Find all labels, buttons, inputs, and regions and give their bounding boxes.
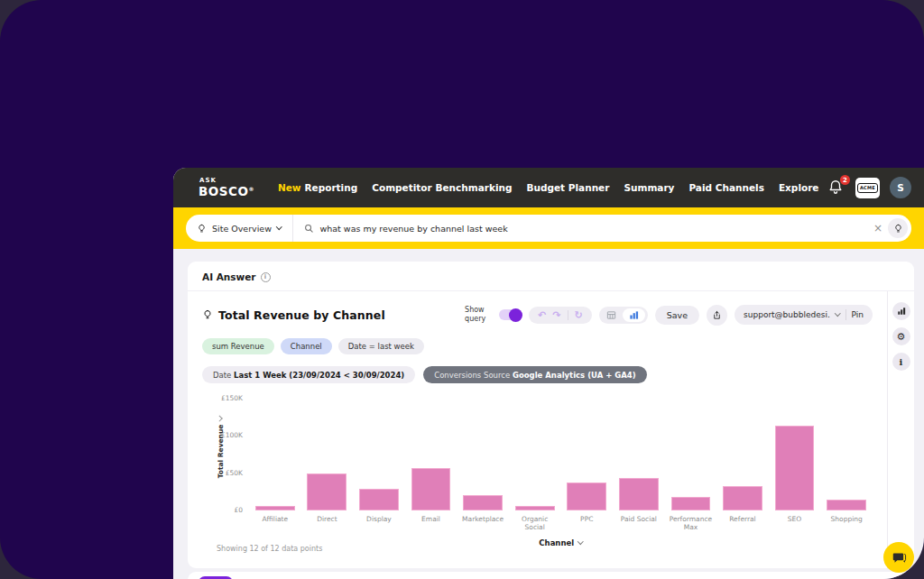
bar-slot [820,399,873,510]
divider [845,309,846,320]
bar-organic-social[interactable] [515,506,555,510]
chat-launcher-button[interactable] [883,542,914,573]
table-icon [606,310,616,320]
show-query-label: Show query [465,306,492,325]
bar-slot [560,399,613,510]
email-share-control: support@bubbledesi... Pin [735,305,873,325]
scope-label: Site Overview [212,224,272,234]
chevron-down-icon [835,310,840,316]
bulb-icon [202,309,213,320]
bar-slot [457,399,509,510]
user-avatar[interactable]: S [890,177,911,198]
brand-reg: ® [248,185,254,191]
brand-logo[interactable]: ASK BOSCO® [199,178,254,198]
gear-icon: ⚙ [897,331,906,343]
x-axis-selector[interactable]: Channel [249,538,873,547]
content-area: AI Answer i ⚙ i [173,249,924,579]
tag-metric[interactable]: sum Revenue [202,338,274,354]
bar-shopping[interactable] [827,500,866,510]
chart-view-button[interactable] [623,308,645,322]
bar-slot [509,399,561,510]
info-rail-button[interactable]: i [892,353,910,371]
undo-button[interactable]: ↶ [538,310,546,320]
x-tick-label: Direct [301,515,354,532]
conversions-source-chip[interactable]: Conversions Source Google Analytics (UA … [423,366,646,383]
bar-chart-icon [629,310,639,320]
nav-right-cluster: 2 ACME S [827,177,911,198]
view-toggle [599,307,648,324]
bar-display[interactable] [359,489,399,510]
nav-item-paid-channels[interactable]: Paid Channels [688,182,763,193]
x-tick-label: SEO [769,515,821,532]
y-axis-label[interactable]: Total Revenue [217,417,225,478]
save-button[interactable]: Save [655,306,699,325]
x-tick-label: Shopping [820,515,873,532]
tag-dimension[interactable]: Channel [281,338,332,354]
redo-button[interactable]: ↷ [552,310,560,320]
org-badge[interactable]: ACME [855,178,880,198]
show-query-toggle[interactable] [499,309,522,320]
bar-ppc[interactable] [567,482,606,510]
nav-item-budget-planner[interactable]: Budget Planner [526,182,609,193]
y-tick-label: £50K [226,469,243,477]
chart-footer: Showing 12 of 12 data points Channel [249,538,873,553]
bar-slot [716,399,769,510]
x-tick-label: Marketplace [457,515,509,532]
x-tick-label: Performance Max [665,515,717,532]
settings-button[interactable]: ⚙ [892,327,910,345]
history-controls: ↶ ↷ ↻ [529,307,592,324]
clear-query-button[interactable]: × [868,222,888,234]
plot-area [249,399,873,510]
bar-slot [249,399,301,510]
result-title-group: Total Revenue by Channel [202,308,385,322]
ai-answer-card: AI Answer i ⚙ i [188,262,914,568]
x-tick-label: PPC [560,515,613,532]
bar-slot [665,399,717,510]
x-tick-label: Affiliate [249,515,301,532]
chat-bubbles-icon [892,550,907,565]
bar-referral[interactable] [723,486,762,510]
info-icon[interactable]: i [261,272,271,282]
refresh-button[interactable]: ↻ [575,310,583,320]
nav-item-explore[interactable]: Explore [779,182,819,193]
tag-date[interactable]: Date = last week [338,338,424,354]
brand-line1: ASK [199,178,254,184]
chart-settings-button[interactable] [892,302,910,320]
nav-item-reporting[interactable]: NewReporting [278,182,357,193]
x-tick-label: Organic Social [509,515,561,532]
bar-affiliate[interactable] [255,506,295,510]
bar-slot [353,399,405,510]
export-button[interactable] [707,305,727,326]
bar-seo[interactable] [775,426,815,510]
notifications-button[interactable]: 2 [827,179,845,197]
nav-item-competitor-benchmarking[interactable]: Competitor Benchmarking [372,182,512,193]
table-view-button[interactable] [602,308,621,322]
submit-query-button[interactable] [888,218,908,238]
bar-email[interactable] [411,468,451,510]
result-title-row: Total Revenue by Channel Show query ↶ ↷ … [202,303,873,326]
right-icon-rail: ⚙ i [887,291,914,568]
scope-dropdown[interactable]: Site Overview [186,215,293,242]
nav-item-summary[interactable]: Summary [624,182,674,193]
query-text: what was my revenue by channel last week [320,224,508,234]
bar-marketplace[interactable] [463,495,503,510]
bar-paid-social[interactable] [619,478,659,510]
notification-badge: 2 [840,175,850,185]
bar-slot [405,399,457,510]
bar-performance-max[interactable] [671,497,711,510]
bar-chart-icon [897,307,906,316]
search-input[interactable]: what was my revenue by channel last week [293,224,868,234]
next-card-partial [188,572,914,579]
query-tags: sum Revenue Channel Date = last week [202,338,873,354]
date-filter-chip[interactable]: Date Last 1 Week (23/09/2024 < 30/09/202… [202,366,415,383]
query-bar: Site Overview what was my revenue by cha… [173,207,924,249]
bar-direct[interactable] [307,473,346,510]
x-tick-label: Referral [716,515,769,532]
bar-slot [301,399,354,510]
y-tick-label: £0 [234,506,243,514]
email-dropdown[interactable]: support@bubbledesi... [744,310,830,319]
chevron-down-icon [578,538,583,544]
info-icon: i [900,357,903,367]
page-background: ASK BOSCO® NewReporting Competitor Bench… [0,0,924,579]
pin-button[interactable]: Pin [852,310,864,319]
